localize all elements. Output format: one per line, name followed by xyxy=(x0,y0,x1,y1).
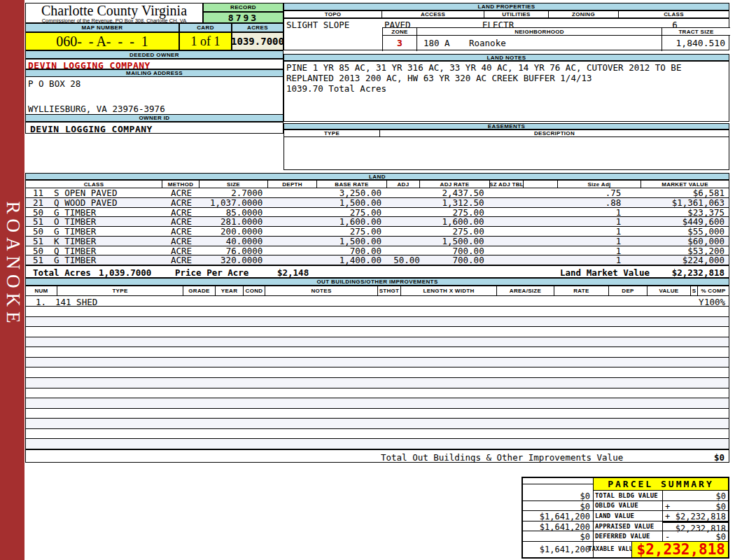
sidebar: ROANOKE xyxy=(0,0,24,560)
prior-land: $1,641,200 xyxy=(523,511,594,521)
land-cell-class: 50 Q TIMBER xyxy=(26,246,163,255)
land-row: 21 Q WOOD PAVEDACRE1,037.00001,500.001,3… xyxy=(26,198,729,208)
ob-empty-row xyxy=(26,347,729,358)
land-row: 50 G TIMBERACRE200.0000275.00275.001$55,… xyxy=(26,227,729,237)
land-cell-method: ACRE xyxy=(163,246,200,255)
land-row: 50 G TIMBERACRE85.0000275.00275.001$23,3… xyxy=(26,208,729,218)
map-number-label: MAP NUMBER xyxy=(25,23,179,32)
land-cell-market_value: $23,375 xyxy=(640,208,729,217)
land-cell-market_value: $53,200 xyxy=(640,246,729,255)
land-cell-blank xyxy=(524,198,558,207)
land-cell-size_adj: 1 xyxy=(557,255,640,265)
col-grade: GRADE xyxy=(183,286,216,296)
deeded-owner-label: DEEDED OWNER xyxy=(25,50,284,59)
land-cell-base_rate: 1,500.00 xyxy=(317,237,387,246)
ob-empty-row xyxy=(26,429,729,440)
county-title: Charlotte County Virginia xyxy=(26,4,202,18)
ob-empty-row xyxy=(26,327,729,337)
land-cell-adj_rate: 700.00 xyxy=(420,246,490,255)
ob-total-value: $0 xyxy=(714,452,724,463)
land-notes-line3: 1039.70 Total Acres xyxy=(286,83,729,94)
land-cell-size: 76.0000 xyxy=(200,246,269,255)
summary-row-obldg: $0 OBLDG VALUE +$0 xyxy=(523,501,728,512)
ob-empty-row xyxy=(26,307,729,317)
land-notes-line2: REPLANTED 2013 200 AC, HW 63 YR 320 AC C… xyxy=(286,73,729,83)
land-cell-size_adj: .75 xyxy=(557,188,640,197)
land-cell-sz_adj_tbl xyxy=(490,237,524,246)
label-obldg: OBLDG VALUE xyxy=(594,501,663,511)
col-size-adj: Size Adj xyxy=(558,180,641,188)
land-cell-depth xyxy=(268,246,317,255)
ob-empty-row xyxy=(26,409,729,419)
col-sthgt: STHGT xyxy=(378,286,401,296)
summary-row-total-bldg: $0 TOTAL BLDG VALUE $0 xyxy=(523,491,728,501)
land-cell-class: 51 K TIMBER xyxy=(26,237,163,246)
out-buildings-columns: NUM TYPE GRADE YEAR COND NOTES STHGT LEN… xyxy=(25,286,729,296)
tract-size-label: TRACT SIZE xyxy=(662,27,730,36)
land-cell-adj xyxy=(387,208,420,217)
prior-deferred: $0 xyxy=(523,531,594,541)
land-cell-depth xyxy=(268,217,317,226)
value-obldg: +$0 xyxy=(663,501,728,511)
land-cell-size: 281.0000 xyxy=(200,217,269,226)
land-cell-blank xyxy=(524,255,558,265)
parcel-summary: PARCEL SUMMARY $0 TOTAL BLDG VALUE $0 $0… xyxy=(522,477,729,559)
land-cell-method: ACRE xyxy=(163,188,200,197)
col-notes: NOTES xyxy=(265,286,378,296)
land-cell-sz_adj_tbl xyxy=(490,198,524,207)
col-rate: RATE xyxy=(554,286,609,296)
col-sz-adj-tbl: SZ ADJ TBL xyxy=(490,180,524,188)
land-cell-adj_rate: 1,312.50 xyxy=(420,198,490,207)
land-cell-base_rate: 275.00 xyxy=(317,208,387,217)
land-cell-market_value: $224,000 xyxy=(640,255,729,265)
parcel-summary-prior-header xyxy=(523,478,594,491)
ob-s-flag: Y xyxy=(699,297,704,307)
land-cell-depth xyxy=(268,227,317,236)
land-cell-method: ACRE xyxy=(163,217,200,226)
land-cell-base_rate: 700.00 xyxy=(317,246,387,255)
ob-empty-row xyxy=(26,378,729,388)
land-cell-blank xyxy=(524,217,558,226)
deeded-owner-value: DEVIN LOGGING COMPANY xyxy=(25,59,284,69)
land-cell-blank xyxy=(524,208,558,217)
record-value: 8793 xyxy=(203,12,284,23)
easement-type-label: TYPE xyxy=(284,130,380,137)
total-acres-label: Total Acres xyxy=(33,267,91,278)
land-cell-class: 11 S OPEN PAVED xyxy=(26,188,163,197)
land-cell-size_adj: 1 xyxy=(557,237,640,246)
prior-taxable: $1,641,200 xyxy=(523,542,594,557)
land-cell-sz_adj_tbl xyxy=(490,246,524,255)
land-cell-base_rate: 1,600.00 xyxy=(317,217,387,226)
tract-size-value: 1,840.510 xyxy=(662,36,729,51)
summary-row-appraised: $1,641,200 APPRAISED VALUE $2,232,818 xyxy=(523,522,728,532)
land-cell-adj_rate: 2,437.50 xyxy=(420,188,490,197)
record-label: RECORD xyxy=(203,3,284,12)
land-row: 50 Q TIMBERACRE76.0000700.00700.001$53,2… xyxy=(26,246,729,256)
ob-empty-row xyxy=(26,368,729,378)
out-building-row: 1. 141 SHED Y 100% xyxy=(25,296,729,307)
ob-empty-row xyxy=(26,419,729,429)
owner-id-value: DEVIN LOGGING COMPANY xyxy=(25,122,284,134)
acres-label: ACRES xyxy=(232,23,284,32)
land-cell-size_adj: 1 xyxy=(557,208,640,217)
land-cell-class: 51 O TIMBER xyxy=(26,217,163,226)
land-row: 51 K TIMBERACRE40.00001,500.001,500.001$… xyxy=(26,237,729,246)
value-total-bldg: $0 xyxy=(663,491,728,500)
land-cell-depth xyxy=(268,188,317,197)
ob-empty-row xyxy=(26,358,729,368)
taxable-value: $2,232,818 xyxy=(632,542,728,557)
summary-row-land: $1,641,200 LAND VALUE +$2,232,818 xyxy=(523,511,728,522)
value-deferred: -$0 xyxy=(663,531,728,541)
col-length-width: LENGTH X WIDTH xyxy=(401,286,497,296)
land-cell-adj_rate: 275.00 xyxy=(420,227,490,236)
county-title-box: Charlotte County Virginia Commissioner o… xyxy=(25,3,203,23)
zone-value: 3 xyxy=(382,36,417,51)
col-pct-comp: % COMP xyxy=(698,286,729,296)
prior-obldg: $0 xyxy=(523,501,594,511)
col-area-size: AREA/SIZE xyxy=(497,286,554,296)
address-line2: WYLLIESBURG, VA 23976-3976 xyxy=(28,104,165,114)
land-market-value: $2,232,818 xyxy=(672,267,724,278)
land-row: 51 O TIMBERACRE281.00001,600.001,600.001… xyxy=(26,217,729,227)
land-cell-size: 2.7000 xyxy=(200,188,269,197)
col-base-rate: BASE RATE xyxy=(317,180,387,188)
